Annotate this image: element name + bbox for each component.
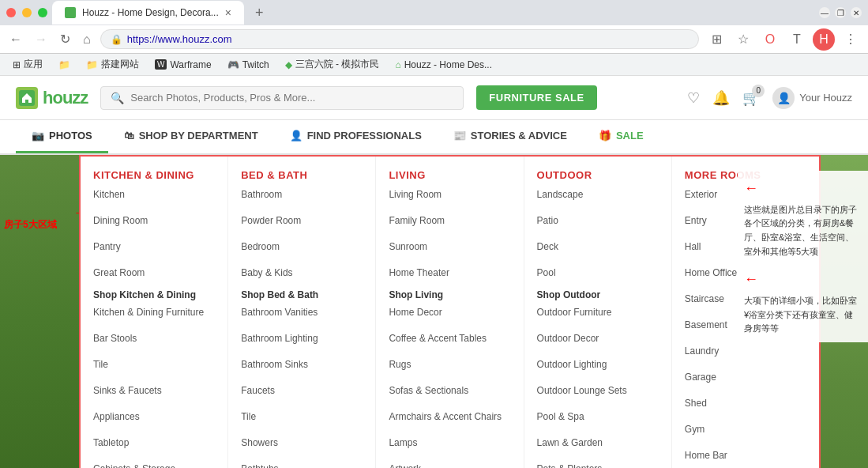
close-tab-btn[interactable]: × bbox=[225, 6, 231, 19]
furniture-sale-button[interactable]: FURNITURE SALE bbox=[476, 85, 596, 110]
menu-item-cabinets-storage[interactable]: Cabinets & Storage bbox=[93, 462, 215, 468]
menu-item-shed[interactable]: Shed bbox=[685, 396, 806, 410]
menu-item-outdoor-decor[interactable]: Outdoor Decor bbox=[537, 331, 659, 345]
menu-item-bedroom[interactable]: Bedroom bbox=[241, 240, 363, 254]
menu-item-tile-kitchen[interactable]: Tile bbox=[93, 357, 215, 372]
menu-item-garage[interactable]: Garage bbox=[685, 370, 806, 384]
win-minimize-btn[interactable]: — bbox=[819, 7, 830, 18]
menu-item-kitchen[interactable]: Kitchen bbox=[93, 187, 215, 202]
back-button[interactable]: ← bbox=[6, 31, 25, 48]
menu-item-outdoor-lounge[interactable]: Outdoor Lounge Sets bbox=[537, 383, 659, 398]
minimize-window-btn[interactable] bbox=[22, 8, 32, 17]
new-tab-button[interactable]: + bbox=[249, 2, 270, 25]
refresh-button[interactable]: ↻ bbox=[57, 30, 73, 48]
browser-tab[interactable]: Houzz - Home Design, Decora... × bbox=[52, 1, 244, 25]
opera-btn[interactable]: O bbox=[759, 28, 781, 51]
menu-item-bathroom-vanities[interactable]: Bathroom Vanities bbox=[241, 305, 363, 319]
nav-find-professionals[interactable]: 👤 FIND PROFESSIONALS bbox=[274, 120, 438, 153]
menu-item-showers[interactable]: Showers bbox=[241, 436, 363, 450]
bookmark-yellow-folder[interactable]: 📁 bbox=[52, 58, 77, 72]
menu-item-lawn-garden[interactable]: Lawn & Garden bbox=[537, 436, 659, 450]
maximize-window-btn[interactable] bbox=[38, 8, 47, 17]
home-button[interactable]: ⌂ bbox=[80, 31, 94, 48]
win-close-btn[interactable]: ✕ bbox=[851, 7, 862, 18]
nav-sale[interactable]: 🎁 SALE bbox=[583, 120, 659, 153]
url-input[interactable]: 🔒 https://www.houzz.com bbox=[100, 29, 699, 49]
search-input[interactable] bbox=[130, 92, 453, 104]
nav-shop-by-department[interactable]: 🛍 SHOP BY DEPARTMENT bbox=[108, 120, 274, 153]
menu-item-pantry[interactable]: Pantry bbox=[93, 240, 215, 254]
menu-item-landscape[interactable]: Landscape bbox=[537, 187, 659, 202]
menu-item-rugs[interactable]: Rugs bbox=[389, 357, 510, 372]
bookmark-twitch[interactable]: 🎮 Twitch bbox=[221, 58, 276, 72]
menu-item-pool[interactable]: Pool bbox=[537, 266, 659, 280]
menu-item-bathroom[interactable]: Bathroom bbox=[241, 187, 363, 202]
menu-item-outdoor-furniture[interactable]: Outdoor Furniture bbox=[537, 305, 659, 319]
shop-outdoor-title: Shop Outdoor bbox=[537, 289, 659, 300]
menu-item-pots-planters[interactable]: Pots & Planters bbox=[537, 462, 659, 468]
menu-btn[interactable]: ⋮ bbox=[840, 28, 862, 51]
translate-btn[interactable]: T bbox=[786, 28, 808, 51]
win-restore-btn[interactable]: ❐ bbox=[835, 7, 846, 18]
bookmark-sims-label: 三宫六院 - 模拟市民 bbox=[295, 58, 380, 71]
bookmark-apps-label: 应用 bbox=[24, 58, 43, 71]
menu-item-sofas-sectionals[interactable]: Sofas & Sectionals bbox=[389, 383, 510, 398]
heart-icon[interactable]: ♡ bbox=[687, 89, 700, 107]
nav-shop-label: SHOP BY DEPARTMENT bbox=[139, 130, 258, 142]
menu-item-bathroom-lighting[interactable]: Bathroom Lighting bbox=[241, 331, 363, 345]
bookmark-warframe[interactable]: W Warframe bbox=[148, 58, 218, 72]
menu-item-deck[interactable]: Deck bbox=[537, 240, 659, 254]
menu-item-appliances[interactable]: Appliances bbox=[93, 410, 215, 424]
menu-item-sunroom[interactable]: Sunroom bbox=[389, 240, 510, 254]
menu-item-sinks-faucets[interactable]: Sinks & Faucets bbox=[93, 383, 215, 398]
menu-item-bar-stools[interactable]: Bar Stools bbox=[93, 331, 215, 345]
extensions-btn[interactable]: ⊞ bbox=[705, 28, 727, 51]
menu-item-armchairs[interactable]: Armchairs & Accent Chairs bbox=[389, 410, 510, 424]
menu-item-home-bar[interactable]: Home Bar bbox=[685, 448, 806, 462]
menu-item-baby-kids[interactable]: Baby & Kids bbox=[241, 266, 363, 280]
svg-rect-1 bbox=[25, 100, 28, 103]
menu-item-bathroom-sinks[interactable]: Bathroom Sinks bbox=[241, 357, 363, 372]
menu-item-artwork[interactable]: Artwork bbox=[389, 462, 510, 468]
search-bar[interactable]: 🔍 bbox=[100, 86, 464, 110]
menu-item-faucets[interactable]: Faucets bbox=[241, 383, 363, 398]
right-arrow-2: ← bbox=[744, 268, 862, 291]
nav-stories-advice[interactable]: 📰 STORIES & ADVICE bbox=[438, 120, 583, 153]
forward-button[interactable]: → bbox=[32, 31, 51, 48]
bell-icon[interactable]: 🔔 bbox=[712, 89, 730, 107]
menu-item-great-room[interactable]: Great Room bbox=[93, 266, 215, 280]
cart-icon[interactable]: 🛒 0 bbox=[742, 89, 760, 107]
profile-section[interactable]: 👤 Your Houzz bbox=[772, 87, 852, 109]
menu-item-tabletop[interactable]: Tabletop bbox=[93, 436, 215, 450]
bookmark-apps[interactable]: ⊞ 应用 bbox=[6, 56, 49, 73]
menu-item-bathtubs[interactable]: Bathtubs bbox=[241, 462, 363, 468]
nav-photos[interactable]: 📷 PHOTOS bbox=[16, 120, 108, 153]
menu-item-coffee-accent-tables[interactable]: Coffee & Accent Tables bbox=[389, 331, 510, 345]
menu-item-lamps-living[interactable]: Lamps bbox=[389, 436, 510, 450]
menu-item-gym[interactable]: Gym bbox=[685, 422, 806, 436]
menu-item-home-decor[interactable]: Home Decor bbox=[389, 305, 510, 319]
menu-item-patio[interactable]: Patio bbox=[537, 213, 659, 228]
houzz-logo[interactable]: houzz bbox=[16, 87, 88, 109]
nav-professionals-label: FIND PROFESSIONALS bbox=[307, 130, 422, 142]
menu-item-powder-room[interactable]: Powder Room bbox=[241, 213, 363, 228]
menu-item-family-room[interactable]: Family Room bbox=[389, 213, 510, 228]
left-arrow-annotation: → bbox=[73, 202, 79, 223]
menu-item-outdoor-lighting[interactable]: Outdoor Lighting bbox=[537, 357, 659, 372]
bookmark-houzz[interactable]: ⌂ Houzz - Home Des... bbox=[389, 58, 498, 72]
profile-btn[interactable]: H bbox=[813, 28, 835, 51]
menu-item-living-room[interactable]: Living Room bbox=[389, 187, 510, 202]
menu-item-pool-spa[interactable]: Pool & Spa bbox=[537, 410, 659, 424]
cart-badge: 0 bbox=[752, 85, 765, 97]
menu-item-home-theater[interactable]: Home Theater bbox=[389, 266, 510, 280]
close-window-btn[interactable] bbox=[6, 8, 16, 17]
bookmark-sims[interactable]: ◆ 三宫六院 - 模拟市民 bbox=[279, 56, 386, 73]
menu-item-tile-bath[interactable]: Tile bbox=[241, 410, 363, 424]
star-btn[interactable]: ☆ bbox=[732, 28, 754, 51]
bookmark-site-builder[interactable]: 📁 搭建网站 bbox=[80, 56, 145, 73]
shop-bed-bath-title: Shop Bed & Bath bbox=[241, 289, 363, 300]
nav-sale-label: SALE bbox=[616, 130, 644, 142]
menu-item-laundry[interactable]: Laundry bbox=[685, 344, 806, 358]
menu-item-kitchen-dining-furniture[interactable]: Kitchen & Dining Furniture bbox=[93, 305, 215, 319]
menu-item-dining-room[interactable]: Dining Room bbox=[93, 213, 215, 228]
